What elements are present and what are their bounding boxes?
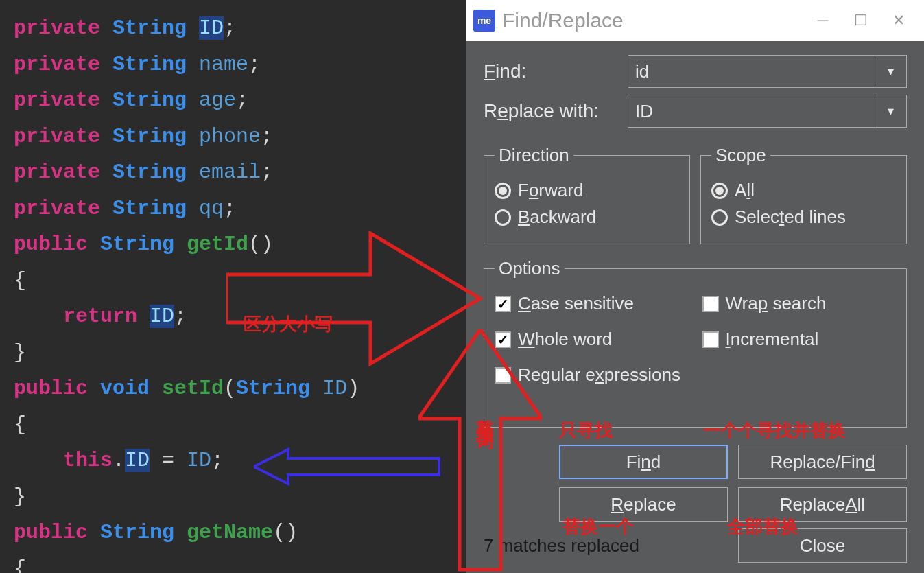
regex-label: Regular expressions [518, 364, 680, 386]
checkbox-icon [702, 296, 719, 312]
checkbox-icon [495, 367, 511, 384]
radio-icon [495, 183, 511, 199]
replace-combo[interactable]: ▾ [628, 95, 907, 128]
scope-group: Scope All Selected lines [700, 145, 907, 244]
radio-all[interactable]: All [711, 180, 896, 201]
find-combo[interactable]: ▾ [628, 55, 907, 88]
close-button[interactable]: Close [738, 528, 907, 563]
checkbox-icon: ✓ [495, 331, 511, 348]
radio-backward-label: Backward [518, 207, 596, 228]
radio-selected-lines[interactable]: Selected lines [711, 207, 896, 228]
options-legend: Options [495, 258, 565, 279]
checkbox-whole-word[interactable]: ✓ Whole word [495, 329, 689, 350]
replace-button[interactable]: Replace [559, 487, 728, 522]
direction-legend: Direction [495, 145, 573, 166]
options-group: Options ✓ Case sensitive Wrap search ✓ W… [484, 258, 907, 428]
checkbox-icon: ✓ [495, 296, 511, 312]
radio-icon [711, 209, 728, 226]
dialog-title: Find/Replace [502, 9, 804, 32]
scope-legend: Scope [711, 145, 770, 166]
replace-input[interactable] [628, 101, 875, 122]
find-button[interactable]: Find [559, 445, 728, 479]
code-editor[interactable]: private String ID; private String name; … [0, 0, 466, 573]
radio-forward-label: Forward [518, 180, 583, 201]
checkbox-icon [702, 331, 719, 348]
find-input[interactable] [628, 61, 875, 82]
case-sensitive-label: Case sensitive [518, 293, 634, 314]
checkbox-regex[interactable]: Regular expressions [495, 364, 896, 386]
replace-all-button[interactable]: Replace All [738, 487, 907, 522]
checkbox-incremental[interactable]: Incremental [702, 329, 897, 350]
replace-find-button[interactable]: Replace/Find [738, 445, 907, 479]
checkbox-case-sensitive[interactable]: ✓ Case sensitive [495, 293, 689, 314]
checkbox-wrap-search[interactable]: Wrap search [702, 293, 897, 314]
status-text: 7 matches replaced [484, 535, 728, 557]
titlebar: me Find/Replace ─ ☐ ✕ [466, 0, 924, 41]
close-window-button[interactable]: ✕ [879, 7, 917, 34]
radio-icon [711, 183, 728, 199]
minimize-button[interactable]: ─ [804, 7, 842, 34]
radio-all-label: All [735, 180, 755, 201]
find-replace-dialog: me Find/Replace ─ ☐ ✕ Find: ▾ Replace wi… [466, 0, 924, 573]
radio-selected-lines-label: Selected lines [735, 207, 846, 228]
radio-icon [495, 209, 511, 226]
whole-word-label: Whole word [518, 329, 612, 350]
radio-forward[interactable]: Forward [495, 180, 679, 201]
find-label: Find: [484, 60, 621, 82]
direction-group: Direction Forward Backward [484, 145, 690, 244]
maximize-button[interactable]: ☐ [842, 7, 879, 34]
chevron-down-icon[interactable]: ▾ [875, 95, 906, 127]
replace-label: Replace with: [484, 100, 621, 122]
radio-backward[interactable]: Backward [495, 207, 679, 228]
wrap-search-label: Wrap search [726, 293, 827, 314]
incremental-label: Incremental [726, 329, 819, 350]
chevron-down-icon[interactable]: ▾ [875, 56, 906, 87]
dialog-body: Find: ▾ Replace with: ▾ Direction Forwar… [466, 41, 924, 573]
app-icon: me [473, 10, 495, 32]
